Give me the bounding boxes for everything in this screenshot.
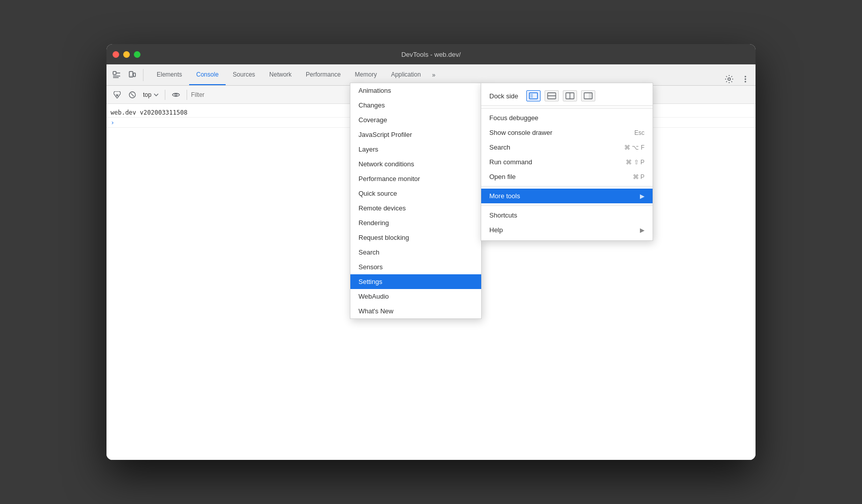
menu-item-performance-monitor[interactable]: Performance monitor [350,171,481,186]
tab-network[interactable]: Network [262,64,299,85]
tab-application[interactable]: Application [384,64,428,85]
dock-undock-button[interactable] [526,90,541,101]
devtools-panel: Elements Console Sources Network Perform… [106,64,756,460]
dock-right-button[interactable] [581,90,595,101]
context-search[interactable]: Search ⌘ ⌥ F [481,140,653,155]
context-run-command[interactable]: Run command ⌘ ⇧ P [481,155,653,169]
menu-item-whats-new[interactable]: What's New [350,304,481,318]
console-divider [165,90,165,100]
context-show-console-drawer[interactable]: Show console drawer Esc [481,125,653,140]
menu-item-coverage[interactable]: Coverage [350,113,481,127]
close-button[interactable] [113,51,119,58]
tab-bar-right [719,73,756,85]
menu-item-changes[interactable]: Changes [350,98,481,113]
svg-rect-5 [133,73,135,77]
menu-item-rendering[interactable]: Rendering [350,215,481,230]
svg-rect-18 [530,94,533,98]
settings-icon[interactable] [723,73,735,85]
menu-divider-1 [481,108,653,109]
more-tabs-button[interactable]: » [428,64,440,85]
menu-item-quick-source[interactable]: Quick source [350,186,481,201]
menu-item-sensors[interactable]: Sensors [350,260,481,274]
menu-item-network-conditions[interactable]: Network conditions [350,157,481,171]
context-selector[interactable]: top [141,90,161,99]
svg-rect-24 [589,93,592,99]
title-bar: DevTools - web.dev/ [106,44,756,64]
tab-elements[interactable]: Elements [150,64,189,85]
svg-point-9 [745,79,746,80]
more-options-icon[interactable] [739,73,751,85]
svg-point-6 [131,76,132,77]
menu-item-search[interactable]: Search [350,245,481,260]
menu-item-request-blocking[interactable]: Request blocking [350,230,481,245]
dock-bottom-button[interactable] [563,90,577,101]
dock-side-label: Dock side [489,92,518,100]
menu-item-settings[interactable]: Settings [350,274,481,289]
context-help[interactable]: Help ▶ [481,223,653,237]
tab-bar-icons [106,64,150,85]
svg-line-15 [131,93,134,96]
menu-divider-2 [481,186,653,187]
tab-divider [143,69,143,81]
menu-item-layers[interactable]: Layers [350,142,481,157]
tab-console[interactable]: Console [189,64,226,85]
more-tools-menu: Animations Changes Coverage JavaScript P… [350,83,482,319]
context-shortcuts[interactable]: Shortcuts [481,208,653,223]
dock-left-button[interactable] [545,90,559,101]
svg-point-7 [728,78,731,81]
tab-performance[interactable]: Performance [299,64,348,85]
tab-memory[interactable]: Memory [348,64,384,85]
console-prompt-icon[interactable]: › [111,119,115,126]
menu-divider-3 [481,205,653,206]
menu-item-remote-devices[interactable]: Remote devices [350,201,481,215]
svg-point-16 [175,94,177,96]
context-menu: Dock side [481,83,653,241]
tab-sources[interactable]: Sources [226,64,262,85]
svg-rect-0 [113,71,116,75]
clear-console-button[interactable] [111,88,124,101]
stop-recording-button[interactable] [126,88,139,101]
window-title: DevTools - web.dev/ [401,51,460,58]
menu-item-webaudio[interactable]: WebAudio [350,289,481,304]
eye-icon[interactable] [169,88,183,101]
inspect-element-icon[interactable] [111,69,123,81]
console-divider-2 [187,90,187,100]
traffic-lights [113,51,140,58]
context-open-file[interactable]: Open file ⌘ P [481,169,653,184]
context-focus-debuggee[interactable]: Focus debuggee [481,111,653,125]
minimize-button[interactable] [123,51,130,58]
svg-marker-11 [114,91,121,98]
menu-item-animations[interactable]: Animations [350,83,481,98]
svg-point-10 [745,81,746,83]
dock-side-section: Dock side [481,86,653,106]
maximize-button[interactable] [134,51,140,58]
context-more-tools[interactable]: More tools ▶ [481,189,653,203]
svg-point-8 [745,76,746,78]
device-toolbar-icon[interactable] [126,69,138,81]
menu-item-js-profiler[interactable]: JavaScript Profiler [350,127,481,142]
